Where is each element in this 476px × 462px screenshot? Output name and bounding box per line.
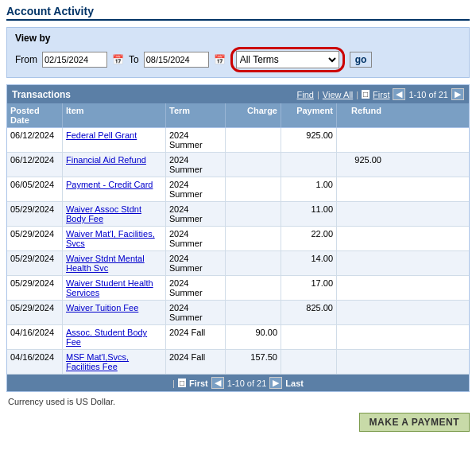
cell-term: 2024Summer	[166, 251, 226, 275]
footer-first-link[interactable]: First	[189, 379, 208, 388]
cell-refund	[337, 202, 385, 226]
cell-item[interactable]: Waiver Mat'l, Facilities, Svcs	[63, 227, 166, 250]
terms-select[interactable]: All Terms 2024 Summer 2024 Fall 2024 Spr…	[236, 51, 339, 68]
cell-charge	[226, 227, 281, 250]
table-row: 05/29/2024 Waiver Mat'l, Facilities, Svc…	[7, 227, 469, 251]
footer-pagination-info: 1-10 of 21	[227, 379, 267, 388]
footer-export-icon[interactable]: □	[178, 379, 186, 387]
cell-posted-date: 06/05/2024	[7, 177, 63, 201]
to-date-input[interactable]	[144, 52, 209, 68]
cell-posted-date: 05/29/2024	[7, 202, 63, 226]
cell-posted-date: 05/29/2024	[7, 227, 63, 250]
cell-item[interactable]: Waiver Assoc Stdnt Body Fee	[63, 202, 166, 226]
col-header-item: Item	[63, 103, 166, 127]
cell-term: 2024 Fall	[166, 350, 226, 374]
cell-posted-date: 05/29/2024	[7, 251, 63, 275]
find-link[interactable]: Find	[297, 90, 314, 99]
cell-term: 2024Summer	[166, 276, 226, 300]
cell-charge	[226, 301, 281, 324]
table-footer: | □ First ◀ 1-10 of 21 ▶ Last	[7, 375, 469, 391]
make-payment-button[interactable]: Make A Payment	[359, 413, 470, 432]
table-row: 04/16/2024 MSF Mat'l,Svcs, Facilities Fe…	[7, 350, 469, 375]
table-row: 04/16/2024 Assoc. Student Body Fee 2024 …	[7, 325, 469, 350]
cell-payment: 825.00	[281, 301, 337, 324]
cell-item[interactable]: Waiver Stdnt Mental Health Svc	[63, 251, 166, 275]
cell-term: 2024Summer	[166, 227, 226, 250]
table-body: 06/12/2024 Federal Pell Grant 2024Summer…	[7, 128, 469, 375]
cell-charge	[226, 251, 281, 275]
table-row: 05/29/2024 Waiver Student Health Service…	[7, 276, 469, 301]
cell-item[interactable]: Waiver Student Health Services	[63, 276, 166, 300]
cell-posted-date: 05/29/2024	[7, 301, 63, 324]
table-row: 06/12/2024 Federal Pell Grant 2024Summer…	[7, 128, 469, 153]
cell-posted-date: 04/16/2024	[7, 325, 63, 349]
table-row: 06/05/2024 Payment - Credit Card 2024Sum…	[7, 177, 469, 202]
col-header-payment: Payment	[281, 103, 337, 127]
col-header-refund: Refund	[337, 103, 385, 127]
table-row: 06/12/2024 Financial Aid Refund 2024Summ…	[7, 153, 469, 177]
col-header-charge: Charge	[226, 103, 281, 127]
first-nav-link[interactable]: First	[373, 90, 389, 99]
cell-charge	[226, 276, 281, 300]
view-by-label: View by	[15, 33, 461, 44]
cell-payment: 22.00	[281, 227, 337, 250]
filter-row: From 📅 To 📅 All Terms 2024 Summer 2024 F…	[15, 47, 461, 72]
cell-charge: 90.00	[226, 325, 281, 349]
prev-nav-icon[interactable]: ◀	[393, 88, 405, 100]
terms-select-wrapper: All Terms 2024 Summer 2024 Fall 2024 Spr…	[230, 47, 345, 72]
transactions-header-right: Find | View All | □ First ◀ 1-10 of 21 ▶	[297, 88, 464, 100]
go-button[interactable]: go	[350, 52, 373, 68]
from-label: From	[15, 54, 37, 65]
cell-payment: 1.00	[281, 177, 337, 201]
cell-charge	[226, 153, 281, 177]
table-row: 05/29/2024 Waiver Assoc Stdnt Body Fee 2…	[7, 202, 469, 227]
footer-last-link[interactable]: Last	[285, 379, 304, 388]
cell-term: 2024Summer	[166, 177, 226, 201]
cell-posted-date: 05/29/2024	[7, 276, 63, 300]
cell-payment: 11.00	[281, 202, 337, 226]
cell-item[interactable]: Waiver Tuition Fee	[63, 301, 166, 324]
cell-item[interactable]: Payment - Credit Card	[63, 177, 166, 201]
cell-item[interactable]: MSF Mat'l,Svcs, Facilities Fee	[63, 350, 166, 374]
cell-item[interactable]: Federal Pell Grant	[63, 128, 166, 152]
cell-refund	[337, 251, 385, 275]
footer-prev-icon[interactable]: ◀	[211, 377, 224, 389]
cell-posted-date: 06/12/2024	[7, 128, 63, 152]
column-headers: PostedDate Item Term Charge Payment Refu…	[7, 103, 469, 128]
cell-refund	[337, 276, 385, 300]
table-row: 05/29/2024 Waiver Stdnt Mental Health Sv…	[7, 251, 469, 276]
cell-item[interactable]: Financial Aid Refund	[63, 153, 166, 177]
col-header-term: Term	[166, 103, 226, 127]
cell-refund	[337, 177, 385, 201]
next-nav-icon[interactable]: ▶	[451, 88, 464, 100]
cell-term: 2024Summer	[166, 128, 226, 152]
transactions-header: Transactions Find | View All | □ First ◀…	[7, 85, 469, 103]
view-all-link[interactable]: View All	[323, 90, 353, 99]
cell-payment	[281, 325, 337, 349]
footer-next-icon[interactable]: ▶	[269, 377, 282, 389]
cell-refund	[337, 301, 385, 324]
cell-term: 2024Summer	[166, 301, 226, 324]
currency-note: Currency used is US Dollar.	[6, 397, 470, 406]
col-header-posted-date: PostedDate	[7, 103, 63, 127]
cell-charge: 157.50	[226, 350, 281, 374]
cell-charge	[226, 177, 281, 201]
cell-charge	[226, 202, 281, 226]
cell-item[interactable]: Assoc. Student Body Fee	[63, 325, 166, 349]
export-icon[interactable]: □	[362, 90, 370, 99]
to-label: To	[129, 54, 139, 65]
cell-refund	[337, 227, 385, 250]
cell-refund	[337, 350, 385, 374]
from-calendar-icon[interactable]: 📅	[112, 54, 124, 65]
from-date-input[interactable]	[42, 52, 107, 68]
cell-payment: 925.00	[281, 128, 337, 152]
make-payment-row: Make A Payment	[6, 413, 470, 432]
cell-payment	[281, 153, 337, 177]
page-title: Account Activity	[6, 5, 470, 21]
to-calendar-icon[interactable]: 📅	[214, 54, 226, 65]
cell-payment: 14.00	[281, 251, 337, 275]
cell-term: 2024Summer	[166, 153, 226, 177]
table-row: 05/29/2024 Waiver Tuition Fee 2024Summer…	[7, 301, 469, 325]
cell-term: 2024Summer	[166, 202, 226, 226]
pagination-info: 1-10 of 21	[408, 90, 448, 99]
